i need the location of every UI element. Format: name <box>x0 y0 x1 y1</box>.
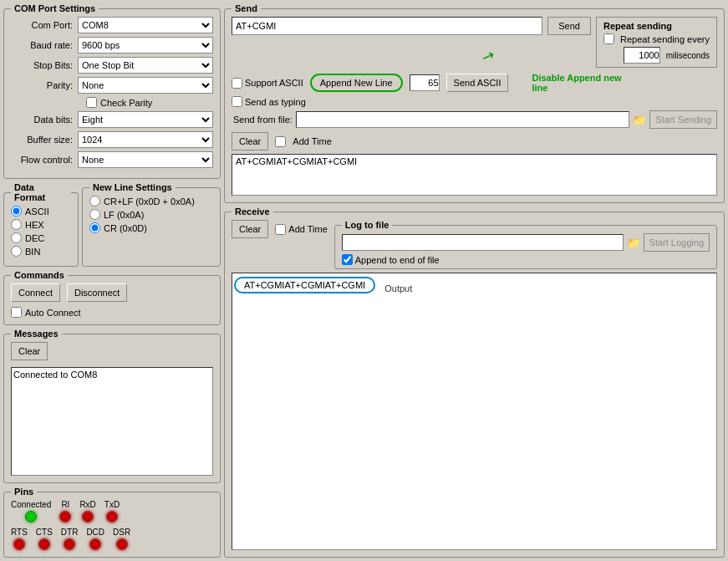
stop-bits-label: Stop Bits: <box>11 60 78 70</box>
messages-text: Connected to COM8 <box>13 370 97 380</box>
led-connected <box>25 511 37 523</box>
led-txd <box>106 511 118 523</box>
pin-dtr: DTR <box>61 528 79 550</box>
auto-connect-label: Auto Connect <box>25 308 81 318</box>
radio-ascii[interactable] <box>11 206 22 217</box>
port-label: Com Port: <box>11 20 78 30</box>
hex-label: HEX <box>25 220 44 230</box>
connect-button[interactable]: Connect <box>11 283 60 302</box>
send-history: AT+CGMIAT+CGMIAT+CGMI <box>232 154 717 196</box>
bin-label: BIN <box>25 247 40 257</box>
pins-section: Pins Connected RI RxD TxD <box>3 487 221 558</box>
pin-cts: CTS <box>36 528 53 550</box>
buffer-select[interactable]: 1024 <box>78 131 213 148</box>
cr-label: CR (0x0D) <box>104 223 147 233</box>
send-from-file-input[interactable] <box>296 111 629 128</box>
radio-bin[interactable] <box>11 246 22 257</box>
parity-select[interactable]: None <box>78 77 213 94</box>
start-sending-button[interactable]: Start Sending <box>649 110 717 129</box>
send-title: Send <box>232 3 261 13</box>
baud-select[interactable]: 9600 bps <box>78 37 213 54</box>
append-to-end-checkbox[interactable] <box>342 254 353 265</box>
new-line-section: New Line Settings CR+LF (0x0D + 0x0A) LF… <box>82 182 221 267</box>
pins-title: Pins <box>11 487 37 497</box>
send-clear-button[interactable]: Clear <box>232 132 268 150</box>
send-from-file-label: Send from file: <box>233 115 293 125</box>
pin-rts: RTS <box>11 528 28 550</box>
folder-icon[interactable]: 📁 <box>633 114 646 126</box>
append-to-end-label: Append to end of file <box>355 255 440 265</box>
led-cts <box>38 538 50 550</box>
receive-add-time-label: Add Time <box>288 224 327 234</box>
com-port-title: COM Port Settings <box>11 3 99 13</box>
pin-connected: Connected <box>11 500 51 523</box>
log-file-input[interactable] <box>342 234 624 251</box>
pin-txd: TxD <box>104 500 120 523</box>
start-logging-button[interactable]: Start Logging <box>644 233 710 252</box>
receive-title: Receive <box>232 207 273 217</box>
send-section: Send Send Repeat sending Repeat sending … <box>224 3 725 203</box>
repeat-checkbox[interactable] <box>603 33 614 44</box>
disconnect-button[interactable]: Disconnect <box>67 283 127 302</box>
output-text: AT+CGMIAT+CGMIAT+CGMI <box>234 277 375 293</box>
support-ascii-checkbox[interactable] <box>232 78 242 89</box>
commands-section: Commands Connect Disconnect Auto Connect <box>3 270 221 325</box>
send-add-time-checkbox[interactable] <box>275 136 286 147</box>
radio-cr[interactable] <box>89 222 100 233</box>
radio-dec[interactable] <box>11 232 22 243</box>
check-parity-checkbox[interactable] <box>86 97 97 108</box>
repeat-sending-title: Repeat sending <box>603 21 710 31</box>
pin-rxd: RxD <box>79 500 95 523</box>
flow-select[interactable]: None <box>78 151 213 168</box>
new-line-title: New Line Settings <box>89 182 176 192</box>
led-ri <box>59 511 71 523</box>
repeat-sending-box: Repeat sending Repeat sending every mili… <box>596 17 717 68</box>
lf-label: LF (0x0A) <box>104 210 144 220</box>
messages-clear-button[interactable]: Clear <box>11 342 48 360</box>
com-port-select[interactable]: COM8 <box>78 17 213 33</box>
data-bits-label: Data bits: <box>11 115 78 125</box>
log-folder-icon[interactable]: 📁 <box>627 237 640 249</box>
send-history-text: AT+CGMIAT+CGMIAT+CGMI <box>236 156 357 166</box>
pin-dsr: DSR <box>113 528 130 550</box>
commands-title: Commands <box>11 270 68 280</box>
radio-lf[interactable] <box>89 209 100 220</box>
receive-output: AT+CGMIAT+CGMIAT+CGMI Output <box>232 273 717 550</box>
check-parity-label: Check Parity <box>100 98 152 108</box>
repeat-unit: miliseconds <box>666 51 710 60</box>
output-annotation: Output <box>384 283 412 293</box>
messages-section: Messages Clear Connected to COM8 <box>3 329 221 483</box>
radio-hex[interactable] <box>11 219 22 230</box>
send-as-typing-checkbox[interactable] <box>232 96 242 107</box>
repeat-ms-input[interactable] <box>624 47 660 64</box>
led-dsr <box>116 538 128 550</box>
parity-label: Parity: <box>11 80 78 90</box>
auto-connect-checkbox[interactable] <box>11 307 22 318</box>
send-as-typing-label: Send as typing <box>245 97 306 107</box>
send-input[interactable] <box>232 17 542 35</box>
send-button[interactable]: Send <box>547 17 591 35</box>
support-ascii-label: Support ASCII <box>245 78 303 88</box>
log-to-file-box: Log to file 📁 Start Logging Append to en… <box>334 220 717 269</box>
disable-annotation: Disable Append newline <box>532 73 621 93</box>
pin-dcd: DCD <box>86 528 104 550</box>
radio-crlf[interactable] <box>89 196 100 207</box>
led-dtr <box>64 538 75 550</box>
baud-label: Baud rate: <box>11 40 78 50</box>
ascii-label: ASCII <box>25 207 49 217</box>
led-rxd <box>82 511 94 523</box>
dec-label: DEC <box>25 233 44 243</box>
receive-section: Receive Clear Add Time Log to file 📁 <box>224 207 725 558</box>
com-port-section: COM Port Settings Com Port: COM8 Baud ra… <box>3 3 221 179</box>
data-bits-select[interactable]: Eight <box>78 111 213 128</box>
messages-title: Messages <box>11 329 62 339</box>
pin-ri: RI <box>59 500 71 523</box>
stop-bits-select[interactable]: One Stop Bit <box>78 57 213 74</box>
send-ascii-button[interactable]: Send ASCII <box>446 74 509 92</box>
receive-clear-button[interactable]: Clear <box>232 220 268 238</box>
receive-add-time-checkbox[interactable] <box>275 224 286 235</box>
append-value-input[interactable] <box>410 74 440 91</box>
append-new-line-button[interactable]: Append New Line <box>310 74 403 92</box>
send-add-time-label: Add Time <box>293 136 331 146</box>
flow-label: Flow control: <box>11 155 78 165</box>
